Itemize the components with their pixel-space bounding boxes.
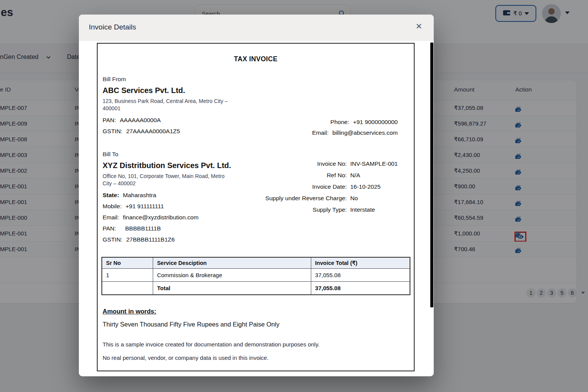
bill-from-contact: Phone: +91 9000000000 Email: billing@abc… (312, 119, 398, 140)
gstin-value: 27BBBB1111B1Z6 (126, 236, 175, 243)
bill-from-pan: PAN: AAAAAA0000A (103, 117, 235, 124)
gstin-label: GSTIN: (103, 128, 122, 135)
pan-label: PAN: (103, 225, 116, 232)
state-label: State: (103, 192, 119, 199)
email-label: Email: (103, 214, 119, 221)
meta-value: N/A (350, 172, 398, 179)
mobile-label: Mobile: (103, 203, 122, 210)
items-header-desc: Service Desciption (153, 257, 311, 269)
items-cell: Total (153, 282, 311, 295)
invoice-meta-row: Supply under Reverse Charge:No (248, 195, 398, 202)
modal-title: Invoice Details (89, 23, 136, 31)
meta-label: Ref No: (248, 172, 347, 179)
bill-to-mobile: Mobile: +91 911111111 (103, 203, 235, 210)
screen: es ₹ 0 nGen Created Date e ID Ve Amount (0, 0, 588, 392)
bill-from-company: ABC Services Pvt. Ltd. (103, 86, 235, 95)
email-value: billing@abcservices.com (332, 129, 398, 136)
bill-from-gstin: GSTIN: 27AAAAA0000A1Z5 (103, 128, 235, 135)
bill-to-section: Bill To XYZ Distritbution Services Pvt. … (103, 151, 235, 247)
items-body: 1Commission & Brokerage37,055.08Total37,… (102, 269, 410, 295)
amount-words-label: Amount in words: (103, 308, 405, 315)
invoice-meta-row: Supply Type:Interstate (248, 206, 398, 213)
amount-words-section: Amount in words: Thirty Seven Thousand F… (103, 308, 405, 368)
gstin-value: 27AAAAA0000A1Z5 (126, 128, 180, 135)
pan-value: BBBBB1111B (125, 225, 161, 232)
email-line: Email: billing@abcservices.com (312, 129, 398, 136)
meta-label: Supply under Reverse Charge: (248, 195, 347, 202)
items-total-row: Total37,055.08 (102, 282, 410, 295)
modal-scrollbar-thumb[interactable] (430, 42, 433, 307)
close-icon[interactable]: ✕ (415, 22, 422, 30)
items-row: 1Commission & Brokerage37,055.08 (102, 269, 410, 282)
bill-to-company: XYZ Distritbution Services Pvt. Ltd. (103, 161, 235, 170)
items-cell: 37,055.08 (311, 269, 410, 282)
items-header-srno: Sr No (102, 257, 153, 269)
bill-to-email: Email: finance@xyzdistribution.com (103, 214, 235, 221)
bill-to-address: Office No, 101, Corporate Tower, Main Ro… (103, 173, 229, 187)
invoice-meta-row: Invoice Date:16-10-2025 (248, 183, 398, 190)
invoice-meta-row: Invoice No:INV-SAMPLE-001 (248, 160, 398, 167)
items-cell: 37,055.08 (311, 282, 410, 295)
meta-value: Interstate (350, 206, 398, 213)
bill-to-gstin: GSTIN: 27BBBB1111B1Z6 (103, 236, 235, 243)
items-header-total: Invoice Total (₹) (311, 257, 410, 269)
meta-value: INV-SAMPLE-001 (350, 160, 398, 167)
pan-label: PAN: (103, 117, 116, 124)
meta-value: No (350, 195, 398, 202)
meta-label: Supply Type: (248, 206, 347, 213)
phone-label: Phone: (330, 119, 349, 126)
email-value: finance@xyzdistribution.com (123, 214, 199, 221)
invoice-meta: Invoice No:INV-SAMPLE-001Ref No:N/AInvoi… (248, 160, 398, 218)
line-items-table: Sr No Service Desciption Invoice Total (… (101, 257, 410, 295)
mobile-value: +91 911111111 (126, 203, 164, 210)
meta-label: Invoice No: (248, 160, 347, 167)
bill-from-address: 123, Business Park Road, Central Area, M… (103, 98, 229, 112)
bill-to-state: State: Maharashtra (103, 192, 235, 199)
gstin-label: GSTIN: (103, 236, 122, 243)
bill-from-label: Bill From (103, 76, 235, 83)
items-cell: Commission & Brokerage (153, 269, 311, 282)
invoice-doc-title: TAX INVOICE (98, 55, 414, 63)
items-cell (102, 282, 153, 295)
bill-to-label: Bill To (103, 151, 235, 158)
phone-line: Phone: +91 9000000000 (312, 119, 398, 126)
amount-words-text: Thirty Seven Thousand Fifty Five Rupees … (103, 321, 405, 328)
pan-value: AAAAAA0000A (120, 117, 161, 124)
meta-label: Invoice Date: (248, 183, 347, 190)
state-value: Maharashtra (123, 192, 156, 199)
items-cell: 1 (102, 269, 153, 282)
bill-to-pan: PAN: BBBBB1111B (103, 225, 235, 232)
items-header-row: Sr No Service Desciption Invoice Total (… (102, 257, 410, 269)
meta-value: 16-10-2025 (350, 183, 398, 190)
email-label: Email: (312, 129, 328, 136)
bill-from-section: Bill From ABC Services Pvt. Ltd. 123, Bu… (103, 76, 235, 139)
modal-header: Invoice Details ✕ (79, 15, 434, 41)
invoice-meta-row: Ref No:N/A (248, 172, 398, 179)
phone-value: +91 9000000000 (353, 119, 398, 126)
invoice-details-modal: Invoice Details ✕ TAX INVOICE Bill From … (79, 15, 434, 376)
sample-note-2: No real personal, vendor, or company dat… (103, 354, 405, 361)
sample-note-1: This is a sample invoice created for doc… (103, 341, 405, 348)
invoice-document: TAX INVOICE Bill From ABC Services Pvt. … (97, 43, 415, 371)
